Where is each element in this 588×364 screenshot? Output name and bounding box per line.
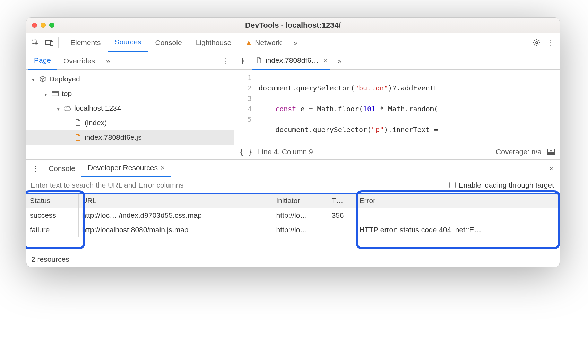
enable-loading-checkbox[interactable]: Enable loading through target <box>444 181 560 189</box>
divider <box>58 37 59 48</box>
code-text: document.querySelector("button")?.addEve… <box>255 70 438 144</box>
tree-label: (index) <box>85 119 107 127</box>
file-icon <box>74 119 82 126</box>
tree-label: index.7808df6e.js <box>85 133 142 141</box>
checkbox-label: Enable loading through target <box>458 181 554 189</box>
table-row[interactable]: success http://loc… /index.d9703d55.css.… <box>26 208 560 223</box>
window-title: DevTools - localhost:1234/ <box>26 21 560 30</box>
devtools-window: DevTools - localhost:1234/ Elements Sour… <box>26 17 560 267</box>
drawer: ⋮ Console Developer Resources × × Enable… <box>26 160 560 267</box>
settings-icon[interactable] <box>530 36 544 50</box>
file-icon <box>74 134 82 141</box>
editor-statusbar: { } Line 4, Column 9 Coverage: n/a <box>234 144 560 159</box>
warning-icon: ▲ <box>245 38 252 46</box>
svg-rect-3 <box>50 41 53 46</box>
tab-network[interactable]: ▲Network <box>238 33 288 52</box>
pretty-print-icon[interactable]: { } <box>239 148 252 156</box>
cloud-icon <box>64 105 71 111</box>
search-input[interactable] <box>26 177 444 193</box>
kebab-menu-icon[interactable]: ⋮ <box>544 36 557 50</box>
titlebar: DevTools - localhost:1234/ <box>26 18 560 33</box>
tree-label: top <box>62 89 72 98</box>
tree-label: Deployed <box>49 75 80 83</box>
tree-top[interactable]: top <box>26 86 234 101</box>
navigator-menu-icon[interactable]: ⋮ <box>219 54 233 68</box>
main-tabbar: Elements Sources Console Lighthouse ▲Net… <box>26 33 560 52</box>
tab-elements[interactable]: Elements <box>63 33 108 52</box>
editor-panel: index.7808df6… × » 12345 document.queryS… <box>234 52 560 159</box>
tab-lighthouse[interactable]: Lighthouse <box>189 33 239 52</box>
file-icon <box>255 57 263 63</box>
tree-host[interactable]: localhost:1234 <box>26 101 234 115</box>
drawer-menu-icon[interactable]: ⋮ <box>28 162 42 175</box>
code-editor[interactable]: 12345 document.querySelector("button")?.… <box>234 70 560 144</box>
resources-table[interactable]: Status URL Initiator T… Error success ht… <box>26 194 560 252</box>
cursor-position: Line 4, Column 9 <box>258 148 313 156</box>
subtab-overrides[interactable]: Overrides <box>57 52 101 70</box>
svg-rect-5 <box>52 91 58 96</box>
resource-count: 2 resources <box>31 255 69 263</box>
inspect-icon[interactable] <box>28 36 42 50</box>
file-tree[interactable]: Deployed top localhost:1234 (index) <box>26 70 234 159</box>
file-tab[interactable]: index.7808df6… × <box>252 52 330 70</box>
col-status[interactable]: Status <box>26 194 78 208</box>
close-tab-icon[interactable]: × <box>161 164 165 172</box>
more-tabs-icon[interactable]: » <box>288 36 302 50</box>
frame-icon <box>51 91 59 96</box>
file-tab-label: index.7808df6… <box>266 56 319 64</box>
col-error[interactable]: Error <box>356 194 560 208</box>
tab-sources[interactable]: Sources <box>108 33 148 52</box>
svg-rect-10 <box>547 153 554 155</box>
coverage-label: Coverage: n/a <box>496 148 542 156</box>
svg-point-4 <box>536 42 538 44</box>
resources-table-wrap: Status URL Initiator T… Error success ht… <box>26 193 560 252</box>
device-toolbar-icon[interactable] <box>42 36 56 50</box>
col-initiator[interactable]: Initiator <box>273 194 328 208</box>
drawer-tab-devres[interactable]: Developer Resources × <box>81 160 171 177</box>
cube-icon <box>39 76 46 83</box>
tree-jsfile[interactable]: index.7808df6e.js <box>26 130 234 145</box>
navigator-panel: Page Overrides » ⋮ Deployed top <box>26 52 234 159</box>
tab-console[interactable]: Console <box>148 33 189 52</box>
close-file-icon[interactable]: × <box>323 56 328 64</box>
tree-label: localhost:1234 <box>74 104 121 112</box>
table-row[interactable]: failure http://localhost:8080/main.js.ma… <box>26 223 560 237</box>
col-url[interactable]: URL <box>78 194 273 208</box>
show-drawer-icon[interactable] <box>547 149 555 155</box>
tree-index[interactable]: (index) <box>26 115 234 130</box>
more-file-tabs-icon[interactable]: » <box>332 54 346 68</box>
resources-footer: 2 resources <box>26 252 560 267</box>
more-subtabs-icon[interactable]: » <box>101 54 115 68</box>
table-row <box>26 237 560 252</box>
toggle-navigator-icon[interactable] <box>236 54 250 68</box>
tree-deployed[interactable]: Deployed <box>26 72 234 86</box>
close-drawer-icon[interactable]: × <box>545 164 557 173</box>
col-t[interactable]: T… <box>328 194 356 208</box>
drawer-tab-console[interactable]: Console <box>42 160 81 177</box>
line-gutter: 12345 <box>234 70 255 144</box>
subtab-page[interactable]: Page <box>28 52 57 70</box>
